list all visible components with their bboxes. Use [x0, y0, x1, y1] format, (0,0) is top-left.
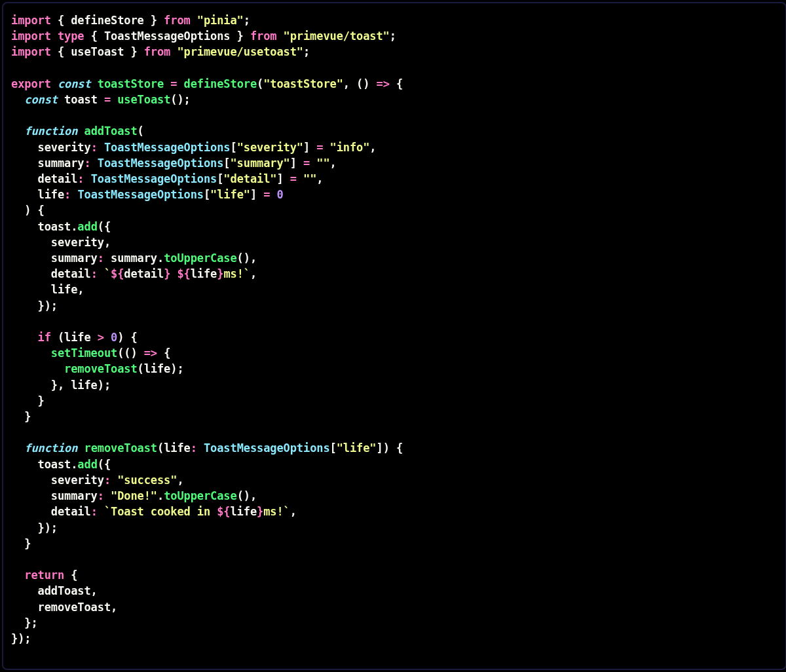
code-token	[11, 346, 51, 360]
code-token: summary	[11, 157, 84, 170]
code-line: ) {	[11, 204, 45, 217]
code-token: :	[84, 157, 90, 170]
code-token	[98, 93, 104, 106]
code-token: ,	[177, 474, 183, 487]
code-line: life: ToastMessageOptions["life"] = 0	[11, 188, 284, 201]
code-line: import { defineStore } from "pinia";	[11, 14, 250, 27]
code-line: }	[11, 537, 31, 550]
code-token: life	[11, 188, 64, 201]
code-line: detail: `${detail} ${life}ms!`,	[11, 267, 257, 280]
code-token: ${	[217, 505, 230, 518]
code-line: const toast = useToast();	[11, 93, 191, 106]
code-token: {	[390, 77, 403, 90]
code-token: summary	[11, 489, 98, 502]
code-line: return {	[11, 569, 77, 582]
code-token: =	[290, 172, 297, 185]
code-token: ToastMessageOptions	[104, 141, 231, 154]
code-token: removeToast	[64, 362, 137, 375]
code-token: (life	[51, 331, 98, 344]
code-token: ({	[98, 458, 111, 471]
code-token: return	[24, 569, 64, 582]
code-token: :	[104, 474, 111, 487]
code-token	[51, 77, 58, 90]
code-token: toast.	[11, 458, 77, 471]
code-token: toastStore	[98, 77, 164, 90]
code-token: 0	[276, 188, 283, 201]
code-token	[104, 489, 111, 502]
code-token: ;	[244, 14, 250, 27]
code-token: });	[11, 521, 58, 534]
code-token: ToastMessageOptions	[98, 157, 224, 170]
code-token: toast.	[11, 220, 77, 233]
code-token: ms!`	[263, 505, 290, 518]
code-token: "Done!"	[111, 489, 157, 502]
code-line: }	[11, 394, 45, 407]
code-line: removeToast(life);	[11, 362, 184, 375]
code-token: ToastMessageOptions	[104, 29, 231, 43]
code-line: toast.add({	[11, 220, 111, 233]
code-token: :	[77, 172, 84, 185]
code-token: ]	[290, 157, 303, 170]
code-token: life	[230, 505, 257, 518]
code-token: from	[250, 29, 277, 43]
code-line: removeToast,	[11, 601, 117, 614]
code-token: summary.	[104, 252, 164, 265]
code-token: detail	[124, 267, 164, 280]
code-token	[276, 29, 283, 43]
code-token: add	[77, 220, 97, 233]
code-token: =>	[144, 346, 157, 360]
code-token	[170, 45, 177, 58]
code-token: "info"	[330, 141, 370, 154]
code-token: detail	[11, 505, 91, 518]
code-token: function	[24, 124, 77, 138]
code-token	[77, 441, 84, 455]
code-token: `Toast cooked in	[104, 505, 217, 518]
code-token: :	[98, 489, 104, 502]
code-line: }, life);	[11, 379, 111, 392]
code-editor[interactable]: import { defineStore } from "pinia"; imp…	[2, 2, 786, 670]
code-token: ]	[250, 188, 263, 201]
code-token: =	[104, 93, 111, 106]
code-token	[177, 77, 183, 90]
code-token: (),	[237, 489, 257, 502]
code-token: =	[303, 157, 310, 170]
code-token: addToast	[84, 124, 138, 138]
code-token: ""	[316, 157, 329, 170]
code-token	[270, 188, 276, 201]
code-line: detail: ToastMessageOptions["detail"] = …	[11, 172, 323, 185]
code-token: }	[257, 505, 263, 518]
code-token: =	[170, 77, 177, 90]
code-token: }	[144, 14, 164, 27]
code-token: {	[64, 569, 77, 582]
code-token	[91, 77, 98, 90]
code-token	[51, 29, 58, 43]
code-token: add	[77, 458, 97, 471]
code-token: ,	[316, 172, 323, 185]
code-line: severity: "success",	[11, 474, 184, 487]
code-token: }	[11, 394, 45, 407]
code-token: type	[58, 29, 84, 43]
code-token	[111, 93, 117, 106]
code-token: (life	[157, 441, 191, 455]
code-token: import	[11, 29, 51, 43]
code-token: {	[84, 29, 104, 43]
code-token: ,	[250, 267, 257, 280]
code-token	[11, 569, 24, 582]
code-token: toUpperCase	[164, 252, 236, 265]
code-token: "primevue/usetoast"	[177, 45, 303, 58]
code-token: [	[230, 141, 236, 154]
code-token: removeToast,	[11, 601, 117, 614]
code-line: setTimeout(() => {	[11, 346, 170, 360]
code-token: export	[11, 77, 51, 90]
code-token: ,	[369, 141, 376, 154]
code-token: addToast,	[11, 584, 98, 597]
code-token: {	[51, 45, 71, 58]
code-line: detail: `Toast cooked in ${life}ms!`,	[11, 505, 297, 518]
code-token: =	[263, 188, 270, 201]
code-token	[11, 362, 64, 375]
code-token: life,	[11, 283, 84, 296]
code-token: }	[217, 267, 223, 280]
code-line: toast.add({	[11, 458, 111, 471]
code-token: });	[11, 299, 58, 312]
code-token: defineStore	[71, 14, 143, 27]
